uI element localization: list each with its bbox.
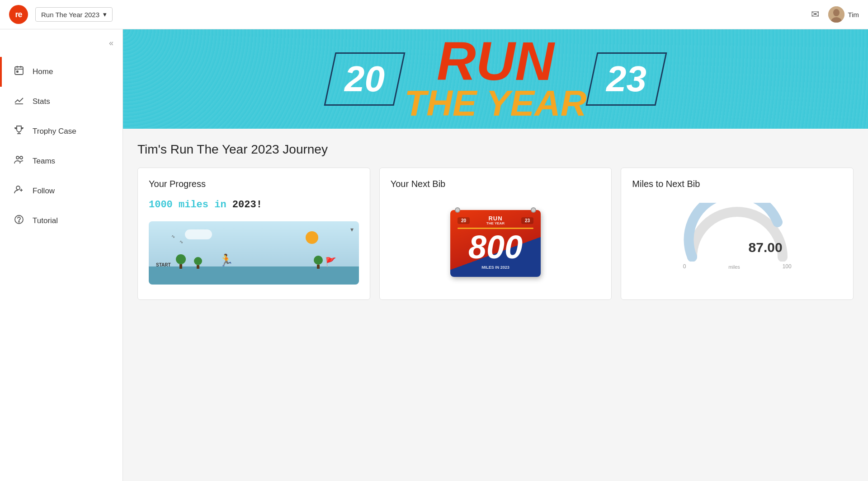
gauge-labels: 0 miles 100	[683, 263, 792, 270]
miles-to-bib-card: Miles to Next Bib 87.00	[621, 168, 854, 300]
runner-icon: 🏃	[219, 253, 233, 267]
challenge-banner: 20 RUN THE YEAR 23	[123, 29, 868, 129]
banner-year-end: 23	[606, 58, 646, 100]
challenge-dropdown[interactable]: Run The Year 2023 ▾	[35, 7, 113, 22]
bib-pins	[455, 207, 536, 213]
banner-left-shape: 20	[324, 52, 406, 106]
svg-rect-7	[17, 71, 18, 72]
banner-right-shape: 23	[585, 52, 667, 106]
bib-number: 800	[458, 231, 533, 263]
chevron-down-icon: ▾	[103, 10, 107, 19]
username-label: Tim	[848, 11, 859, 19]
goal-in: in	[214, 199, 232, 210]
goal-miles: 1000	[149, 199, 179, 210]
sidebar-item-trophy-case[interactable]: Trophy Case	[0, 117, 123, 146]
bib-header: 20 RUN THE YEAR 23	[458, 215, 533, 226]
start-sign: START	[156, 262, 171, 267]
goal-year: 2023!	[232, 199, 262, 210]
teams-icon	[13, 154, 25, 168]
sidebar-item-tutorial[interactable]: Tutorial	[0, 206, 123, 236]
gauge-wrap: 87.00	[683, 203, 792, 262]
bib-year-left: 20	[458, 217, 470, 224]
app-header: re Run The Year 2023 ▾ ✉ Tim	[0, 0, 868, 29]
next-bib-card: Your Next Bib 20	[379, 168, 612, 300]
progress-goal: 1000 miles in 2023!	[149, 198, 359, 212]
illustration-ground	[149, 266, 359, 285]
bib-pin-left	[455, 207, 460, 213]
svg-point-13	[16, 186, 20, 190]
progress-card: Your Progress 1000 miles in 2023! ∿	[137, 168, 370, 300]
banner-year-start: 20	[344, 58, 385, 100]
trophy-case-label: Trophy Case	[33, 127, 76, 136]
cloud-shape	[185, 229, 212, 239]
stats-label: Stats	[33, 97, 50, 106]
progress-card-title: Your Progress	[149, 179, 359, 189]
home-label: Home	[33, 67, 53, 76]
tutorial-icon	[13, 214, 25, 228]
illustration-chevron-icon[interactable]: ▾	[350, 226, 354, 233]
calendar-icon	[13, 65, 25, 79]
sidebar-collapse-button[interactable]: «	[109, 38, 113, 48]
sidebar-item-teams[interactable]: Teams	[0, 146, 123, 176]
journey-section: Tim's Run The Year 2023 Journey Your Pro…	[123, 129, 868, 309]
sidebar-item-follow[interactable]: Follow	[0, 176, 123, 206]
svg-point-11	[16, 156, 19, 159]
app-logo: re	[9, 5, 28, 24]
follow-icon	[13, 184, 25, 198]
trophy-icon	[13, 125, 25, 138]
teams-label: Teams	[33, 157, 55, 166]
svg-point-1	[833, 9, 840, 16]
tree-1	[176, 254, 186, 269]
sidebar: « Home	[0, 29, 123, 481]
collapse-icon: «	[109, 38, 113, 47]
gauge-container: 87.00 0 miles 100	[632, 198, 842, 270]
miles-to-bib-title: Miles to Next Bib	[632, 179, 842, 189]
tree-2	[194, 257, 202, 269]
gauge-value: 87.00	[749, 240, 783, 255]
bird-icon: ∿	[171, 234, 175, 239]
svg-point-12	[20, 156, 23, 159]
svg-rect-3	[15, 67, 23, 75]
banner-run-text: RUN THE YEAR	[404, 37, 586, 121]
bib-pin-right	[531, 207, 536, 213]
stats-icon	[13, 95, 25, 108]
sidebar-item-home[interactable]: Home	[0, 57, 123, 87]
bird-icon: ∿	[179, 239, 183, 244]
cards-row: Your Progress 1000 miles in 2023! ∿	[137, 168, 854, 300]
banner-run: RUN	[437, 37, 554, 85]
destination-flag: 🚩	[325, 257, 336, 267]
bib-run-logo: RUN THE YEAR	[486, 215, 505, 226]
main-content: 20 RUN THE YEAR 23 Tim's Run The Year 20…	[123, 29, 868, 481]
bib-year-start: 20	[461, 218, 466, 223]
sun-shape	[306, 231, 318, 244]
svg-point-17	[19, 221, 19, 222]
sidebar-nav: Home Stats	[0, 57, 123, 236]
avatar	[828, 6, 844, 23]
tutorial-label: Tutorial	[33, 216, 58, 225]
progress-illustration: ∿ ∿ START	[149, 221, 359, 285]
race-bib: 20 RUN THE YEAR 23	[450, 210, 541, 277]
challenge-dropdown-label: Run The Year 2023	[41, 11, 99, 19]
journey-title: Tim's Run The Year 2023 Journey	[137, 142, 854, 157]
gauge-min-label: 0	[683, 263, 686, 270]
gauge-max-label: 100	[783, 263, 792, 270]
goal-miles-word: miles	[179, 199, 214, 210]
header-right: ✉ Tim	[811, 6, 859, 23]
bib-footer: MILES IN 2023	[458, 265, 533, 270]
banner-the-year: THE YEAR	[404, 85, 586, 121]
bib-container: 20 RUN THE YEAR 23	[391, 198, 601, 289]
user-menu[interactable]: Tim	[828, 6, 859, 23]
mail-icon[interactable]: ✉	[811, 9, 819, 20]
gauge-unit-label: miles	[728, 264, 740, 270]
tree-3	[314, 256, 323, 269]
next-bib-card-title: Your Next Bib	[391, 179, 601, 189]
sidebar-item-stats[interactable]: Stats	[0, 87, 123, 117]
follow-label: Follow	[33, 187, 55, 196]
banner-content: 20 RUN THE YEAR 23	[330, 37, 661, 121]
sidebar-collapse-area: «	[0, 34, 123, 57]
main-layout: « Home	[0, 29, 868, 481]
bib-year-right: 23	[521, 217, 533, 224]
bib-year-end: 23	[525, 218, 530, 223]
